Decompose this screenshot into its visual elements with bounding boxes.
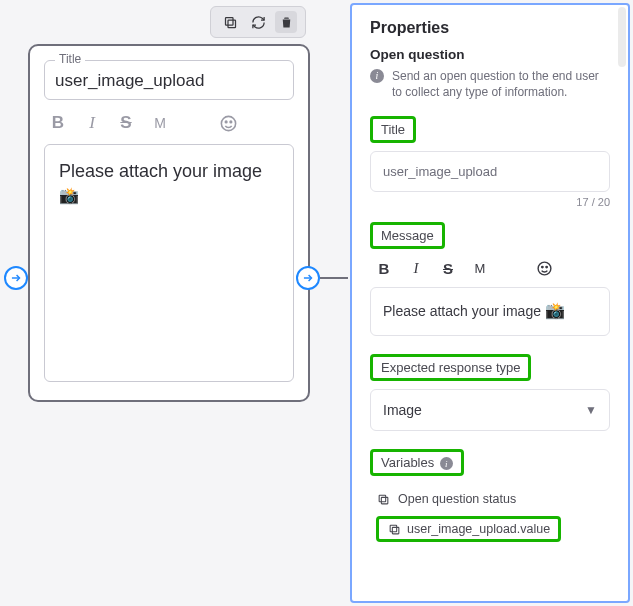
- svg-point-2: [221, 116, 235, 130]
- svg-rect-0: [228, 20, 236, 28]
- open-question-node[interactable]: Title B I S M Please attach your image 📸: [28, 44, 310, 402]
- variables-info-icon[interactable]: i: [440, 457, 453, 470]
- chevron-down-icon: ▼: [585, 403, 597, 417]
- variable-value-row[interactable]: user_image_upload.value: [376, 516, 561, 542]
- svg-point-5: [538, 262, 551, 275]
- scrollbar[interactable]: [618, 7, 626, 67]
- duplicate-button[interactable]: [219, 11, 241, 33]
- camera-icon: 📸: [59, 185, 79, 207]
- node-message-text: Please attach your image: [59, 161, 262, 181]
- copy-icon[interactable]: [387, 522, 401, 536]
- svg-point-4: [230, 121, 232, 123]
- message-section-label: Message: [370, 222, 445, 249]
- italic-button[interactable]: I: [82, 112, 102, 134]
- variables-label-text: Variables: [381, 455, 434, 470]
- panel-description-text: Send an open question to the end user to…: [392, 68, 610, 100]
- expected-type-select[interactable]: Image ▼: [370, 389, 610, 431]
- refresh-button[interactable]: [247, 11, 269, 33]
- svg-point-3: [225, 121, 227, 123]
- variable-value-text: user_image_upload.value: [407, 522, 550, 536]
- variables-section-label: Variables i: [370, 449, 464, 477]
- node-title-field[interactable]: Title: [44, 60, 294, 100]
- expected-type-value: Image: [383, 402, 422, 418]
- node-message-box[interactable]: Please attach your image 📸: [44, 144, 294, 382]
- output-port[interactable]: [296, 266, 320, 290]
- panel-format-toolbar: B I S M: [370, 257, 610, 279]
- panel-heading: Properties: [370, 19, 610, 37]
- expected-type-label: Expected response type: [370, 354, 531, 381]
- info-icon: i: [370, 69, 384, 83]
- svg-rect-9: [379, 495, 386, 502]
- bold-button[interactable]: B: [48, 112, 68, 134]
- svg-rect-10: [392, 527, 399, 534]
- delete-button[interactable]: [275, 11, 297, 33]
- flow-canvas[interactable]: Title B I S M Please attach your image 📸: [0, 0, 348, 606]
- title-input[interactable]: user_image_upload: [370, 151, 610, 192]
- node-title-label: Title: [55, 52, 85, 66]
- title-char-counter: 17 / 20: [370, 196, 610, 208]
- svg-rect-1: [225, 17, 233, 25]
- panel-mono-button[interactable]: M: [470, 257, 490, 279]
- node-toolbar: [210, 6, 306, 38]
- panel-subheading: Open question: [370, 47, 610, 62]
- copy-icon[interactable]: [376, 492, 390, 506]
- input-port[interactable]: [4, 266, 28, 290]
- emoji-button[interactable]: [218, 112, 238, 134]
- variable-status-text: Open question status: [398, 492, 516, 506]
- svg-point-7: [545, 266, 546, 267]
- svg-rect-11: [390, 525, 397, 532]
- svg-rect-8: [381, 497, 388, 504]
- panel-bold-button[interactable]: B: [374, 257, 394, 279]
- panel-message-text: Please attach your image: [383, 303, 541, 319]
- mono-button[interactable]: M: [150, 112, 170, 134]
- svg-point-6: [541, 266, 542, 267]
- panel-camera-icon: 📸: [545, 300, 565, 322]
- properties-panel: Properties Open question i Send an open …: [350, 3, 630, 603]
- panel-description: i Send an open question to the end user …: [370, 68, 610, 100]
- strikethrough-button[interactable]: S: [116, 112, 136, 134]
- node-title-input[interactable]: [55, 71, 283, 91]
- panel-italic-button[interactable]: I: [406, 257, 426, 279]
- node-format-toolbar: B I S M: [44, 112, 294, 134]
- variable-status-row: Open question status: [376, 492, 610, 506]
- panel-strikethrough-button[interactable]: S: [438, 257, 458, 279]
- connector-line: [320, 277, 348, 279]
- title-section-label: Title: [370, 116, 416, 143]
- panel-message-input[interactable]: Please attach your image 📸: [370, 287, 610, 335]
- panel-emoji-button[interactable]: [534, 257, 554, 279]
